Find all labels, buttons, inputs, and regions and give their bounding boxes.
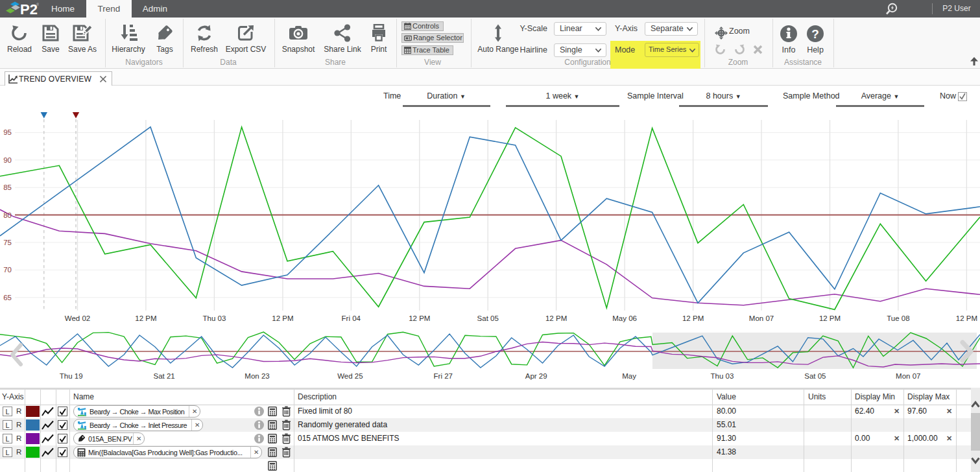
svg-text:70: 70 — [3, 266, 12, 274]
svg-text:Thu 03: Thu 03 — [711, 372, 734, 380]
svg-text:12 PM: 12 PM — [545, 314, 567, 322]
svg-text:75: 75 — [3, 239, 12, 246]
svg-text:85: 85 — [3, 183, 12, 191]
svg-text:Mon 23: Mon 23 — [245, 372, 269, 380]
svg-text:Wed 02: Wed 02 — [65, 314, 90, 322]
svg-text:90: 90 — [3, 156, 12, 164]
svg-text:12 PM: 12 PM — [409, 314, 430, 322]
svg-text:Mon 07: Mon 07 — [896, 372, 920, 380]
svg-text:12 PM: 12 PM — [819, 314, 841, 322]
svg-text:95: 95 — [3, 128, 12, 136]
svg-text:May 06: May 06 — [612, 314, 637, 322]
svg-text:Thu 19: Thu 19 — [60, 372, 83, 380]
svg-text:12 PM: 12 PM — [682, 314, 704, 322]
svg-text:Fri 04: Fri 04 — [342, 314, 361, 322]
svg-text:May: May — [622, 372, 636, 380]
svg-text:Fri 27: Fri 27 — [434, 372, 453, 380]
svg-text:65: 65 — [3, 294, 12, 301]
svg-text:®: ® — [36, 3, 39, 6]
svg-text:Thu 03: Thu 03 — [202, 314, 226, 322]
svg-text:12 PM: 12 PM — [272, 314, 293, 322]
svg-text:12 PM: 12 PM — [956, 314, 977, 322]
svg-text:Sat 05: Sat 05 — [804, 372, 826, 380]
svg-text:Mon 07: Mon 07 — [749, 314, 774, 322]
svg-text:Sat 05: Sat 05 — [477, 314, 499, 322]
svg-text:?: ? — [811, 27, 819, 41]
svg-text:Sat 21: Sat 21 — [153, 372, 174, 380]
svg-text:P2: P2 — [20, 1, 38, 17]
svg-text:Apr 29: Apr 29 — [525, 372, 547, 380]
svg-text:Wed 25: Wed 25 — [337, 372, 363, 380]
svg-text:80: 80 — [3, 211, 12, 219]
svg-text:12 PM: 12 PM — [135, 314, 156, 322]
svg-text:Tue 08: Tue 08 — [887, 314, 909, 322]
